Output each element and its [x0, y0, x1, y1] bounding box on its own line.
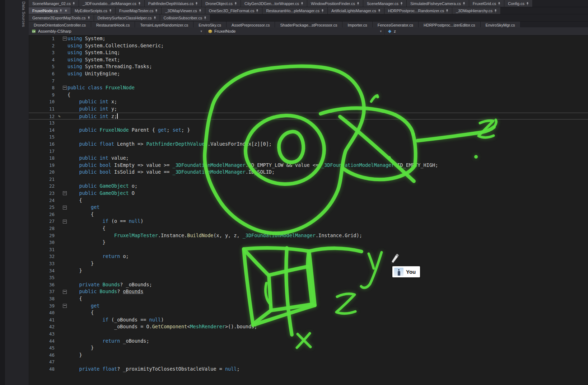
code-line[interactable]: 44 return _oBounds; [29, 338, 588, 345]
code-line[interactable]: 45 } [29, 344, 588, 352]
tab-scenemanager-cs[interactable]: SceneManager.cs [363, 0, 407, 7]
code-line[interactable]: 19 public bool IsEmpty => value >= _3DFo… [29, 162, 588, 169]
project-dropdown[interactable]: C# Assembly-CSharp ▾ [29, 27, 205, 35]
code-line[interactable]: 7 [29, 78, 588, 85]
code-line[interactable]: 39 get [29, 302, 588, 310]
code-line[interactable]: 33 } [29, 260, 588, 267]
code-line[interactable]: 41 if (_oBounds == null) [29, 316, 588, 324]
fold-toggle[interactable] [62, 35, 67, 42]
tab-scenemanager-02-cs[interactable]: SceneManager_02.cs [29, 0, 79, 7]
tab-fruxelnode-cs[interactable]: FruxelNode.cs× [29, 7, 71, 14]
code-line[interactable]: 11 public int y; [29, 105, 588, 113]
fold-toggle[interactable] [62, 218, 67, 225]
code-line[interactable]: 28 { [29, 225, 588, 232]
tab-restaurantho-plemanager-cs[interactable]: RestaurantHo...pleManager.cs [262, 7, 328, 14]
code-line[interactable]: 5using System.Threading.Tasks; [29, 63, 588, 70]
code-line[interactable]: 37 public Bounds? oBounds [29, 288, 588, 295]
fold-column [62, 113, 67, 119]
code-line[interactable]: 10 public int x; [29, 98, 588, 105]
code-token [67, 303, 91, 309]
tab-myeditorscripts-cs[interactable]: MyEditorScripts.cs [71, 7, 116, 14]
tab-deliverysurfaceclasshelper-cs[interactable]: DeliverySurfaceClassHelper.cs [94, 14, 160, 21]
tab-generator2exportmaptools-cs[interactable]: Generator2ExportMapTools.cs [29, 14, 94, 21]
code-line[interactable]: 13 [29, 119, 588, 127]
fold-toggle[interactable] [62, 288, 67, 295]
fold-toggle[interactable] [62, 84, 67, 91]
code-line[interactable]: 29 FruxelMapTester.Instance.BuildNode(x,… [29, 232, 588, 239]
code-line[interactable]: 42 _oBounds = O.GetComponent<MeshRendere… [29, 323, 588, 330]
code-line[interactable]: 40 { [29, 309, 588, 316]
code-line[interactable]: 47 [29, 358, 588, 366]
collapse-minus-icon[interactable] [63, 290, 67, 294]
code-line[interactable]: 35 [29, 274, 588, 281]
tab-windowpositionfinder-cs[interactable]: WindowPositionFinder.cs [307, 0, 363, 7]
code-line[interactable]: 6using UnityEngine; [29, 70, 588, 78]
pin-icon [155, 9, 158, 13]
fold-toggle[interactable] [62, 302, 67, 310]
tab--3dmaphierarchy-cs[interactable]: _3DMapHierarchy.cs [452, 7, 501, 14]
code-line[interactable]: 9{ [29, 91, 588, 99]
code-line[interactable]: 23 public GameObject O [29, 190, 588, 197]
tab-droneobject-cs[interactable]: DroneObject.cs [202, 0, 241, 7]
collapse-minus-icon[interactable] [63, 220, 67, 224]
code-token: System; [82, 36, 106, 41]
collapse-minus-icon[interactable] [63, 86, 67, 90]
tab-artificiallightsmanager-cs[interactable]: ArtificialLightsManager.cs [328, 7, 384, 14]
code-token: UnityEngine; [82, 71, 120, 76]
code-line[interactable]: 30 } [29, 239, 588, 246]
code-line[interactable]: 43 [29, 330, 588, 338]
collapse-minus-icon[interactable] [63, 206, 67, 210]
tab-config-cs[interactable]: Config.cs [504, 0, 533, 7]
code-line[interactable]: 25 get [29, 204, 588, 211]
tab-collisionsubscriber-cs[interactable]: CollisionSubscriber.cs [160, 14, 211, 21]
pin-icon [498, 2, 500, 5]
type-dropdown[interactable]: FruxelNode ▾ [205, 27, 385, 35]
code-line[interactable]: 21 [29, 176, 588, 183]
code-line[interactable]: 15 [29, 133, 588, 141]
data-sources-vertical-tab[interactable]: Data Sources [22, 1, 26, 27]
code-editor[interactable]: 1using System;2using System.Collections.… [29, 35, 588, 385]
code-line[interactable]: 3using System.Linq; [29, 49, 588, 56]
fold-toggle[interactable] [62, 190, 67, 197]
code-line[interactable]: 14 public FruxelNode Parent { get; set; … [29, 127, 588, 134]
tab-label: FencesGenerator.cs [378, 23, 413, 27]
code-line[interactable]: 26 { [29, 211, 588, 218]
tab-fruxelgrid-cs[interactable]: FruxelGrid.cs [469, 0, 504, 7]
collapse-minus-icon[interactable] [63, 37, 67, 41]
code-line[interactable]: 17 [29, 148, 588, 155]
tab-fruxelmaptester-cs[interactable]: FruxelMapTester.cs [116, 7, 162, 14]
code-line[interactable]: 16 public float Length => PathfinderDept… [29, 141, 588, 148]
code-line[interactable]: 12✎ public int z; [29, 113, 588, 120]
code-line[interactable]: 20 public bool IsSolid => value == _3DFo… [29, 169, 588, 176]
code-line[interactable]: 22 public GameObject o; [29, 183, 588, 190]
tab-onesec3d-fileformat-cs[interactable]: OneSec3D_FileFormat.cs [205, 7, 263, 14]
code-line[interactable]: 46 } [29, 352, 588, 359]
tab--3dfoundatio-delmanager-cs[interactable]: _3DFoundatio...delManager.cs [79, 0, 145, 7]
code-token: GetComponent [152, 324, 187, 329]
fold-column [62, 344, 67, 352]
code-line[interactable]: 24 { [29, 197, 588, 204]
code-line[interactable]: 27 if (o == null) [29, 218, 588, 225]
code-line[interactable]: 36 private Bounds? _oBounds; [29, 281, 588, 288]
code-line[interactable]: 32 return o; [29, 253, 588, 260]
code-line[interactable]: 38 { [29, 295, 588, 302]
tab-citygen3dgen-torwrapper-cs[interactable]: CityGen3DGen...torWrapper.cs [241, 0, 307, 7]
collapse-minus-icon[interactable] [63, 304, 67, 308]
code-line[interactable]: 4using System.Text; [29, 56, 588, 64]
code-line[interactable]: 34 } [29, 267, 588, 274]
tab-simulatedfisheyecamera-cs[interactable]: SimulatedFisheyeCamera.cs [407, 0, 469, 7]
tab--3dmapviewer-cs[interactable]: _3DMapViewer.cs [162, 7, 205, 14]
tab-hdrppostproc-randomizer-cs[interactable]: HDRPPostproc...Randomizer.cs [384, 7, 453, 14]
fold-toggle[interactable] [62, 204, 67, 211]
code-line[interactable]: 1using System; [29, 35, 588, 42]
tab-pathfinderdepthvalues-cs[interactable]: PathfinderDepthValues.cs [145, 0, 202, 7]
code-line[interactable]: 31 [29, 246, 588, 253]
code-line[interactable]: 18 public int value; [29, 155, 588, 162]
collapse-minus-icon[interactable] [63, 191, 67, 195]
code-line[interactable]: 8public class FruxelNode [29, 84, 588, 91]
close-icon[interactable]: × [65, 9, 67, 13]
code-line[interactable]: 48 private float? _proximityToClosestObs… [29, 366, 588, 373]
line-number: 45 [29, 344, 57, 352]
member-dropdown[interactable]: z [385, 27, 588, 35]
code-line[interactable]: 2using System.Collections.Generic; [29, 42, 588, 50]
